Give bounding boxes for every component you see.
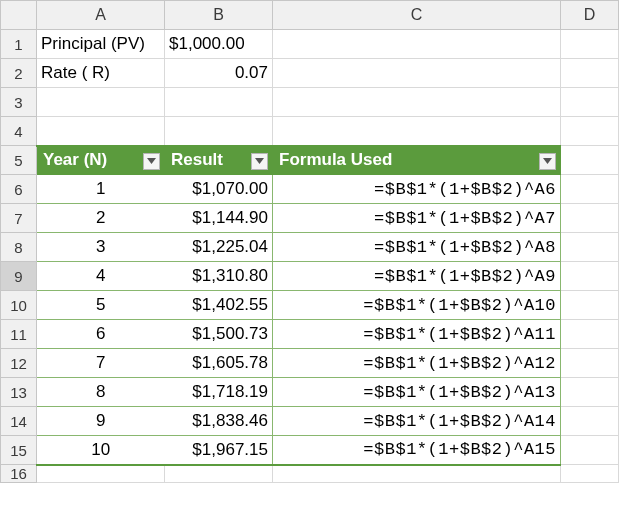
cell-A14[interactable]: 9 <box>37 407 165 436</box>
cell-C15[interactable]: =$B$1*(1+$B$2)^A15 <box>273 436 561 465</box>
cell-D13[interactable] <box>561 378 619 407</box>
cell-D7[interactable] <box>561 204 619 233</box>
cell-B8[interactable]: $1,225.04 <box>165 233 273 262</box>
cell-C7[interactable]: =$B$1*(1+$B$2)^A7 <box>273 204 561 233</box>
chevron-down-icon <box>255 158 264 164</box>
row-header-7[interactable]: 7 <box>1 204 37 233</box>
cell-D5[interactable] <box>561 146 619 175</box>
cell-A8[interactable]: 3 <box>37 233 165 262</box>
spreadsheet[interactable]: A B C D 1 Principal (PV) $1,000.00 2 Rat… <box>0 0 619 483</box>
filter-dropdown-year[interactable] <box>143 153 160 170</box>
cell-A2[interactable]: Rate ( R) <box>37 59 165 88</box>
cell-C4[interactable] <box>273 117 561 146</box>
row-header-1[interactable]: 1 <box>1 30 37 59</box>
col-header-D[interactable]: D <box>561 1 619 30</box>
cell-A3[interactable] <box>37 88 165 117</box>
table-header-formula[interactable]: Formula Used <box>273 146 561 175</box>
cell-A9[interactable]: 4 <box>37 262 165 291</box>
cell-A1[interactable]: Principal (PV) <box>37 30 165 59</box>
cell-D9[interactable] <box>561 262 619 291</box>
row-header-11[interactable]: 11 <box>1 320 37 349</box>
row-header-2[interactable]: 2 <box>1 59 37 88</box>
cell-C8[interactable]: =$B$1*(1+$B$2)^A8 <box>273 233 561 262</box>
select-all-corner[interactable] <box>1 1 37 30</box>
cell-D4[interactable] <box>561 117 619 146</box>
cell-C13[interactable]: =$B$1*(1+$B$2)^A13 <box>273 378 561 407</box>
cell-B2[interactable]: 0.07 <box>165 59 273 88</box>
cell-D8[interactable] <box>561 233 619 262</box>
cell-C1[interactable] <box>273 30 561 59</box>
cell-B7[interactable]: $1,144.90 <box>165 204 273 233</box>
cell-A4[interactable] <box>37 117 165 146</box>
cell-D15[interactable] <box>561 436 619 465</box>
cell-B3[interactable] <box>165 88 273 117</box>
cell-A16[interactable] <box>37 465 165 483</box>
cell-B11[interactable]: $1,500.73 <box>165 320 273 349</box>
cell-C6[interactable]: =$B$1*(1+$B$2)^A6 <box>273 175 561 204</box>
row-header-14[interactable]: 14 <box>1 407 37 436</box>
cell-C14[interactable]: =$B$1*(1+$B$2)^A14 <box>273 407 561 436</box>
row-header-16[interactable]: 16 <box>1 465 37 483</box>
cell-C2[interactable] <box>273 59 561 88</box>
cell-B9[interactable]: $1,310.80 <box>165 262 273 291</box>
chevron-down-icon <box>543 158 552 164</box>
cell-A6[interactable]: 1 <box>37 175 165 204</box>
filter-dropdown-result[interactable] <box>251 153 268 170</box>
row-header-4[interactable]: 4 <box>1 117 37 146</box>
svg-marker-2 <box>543 158 552 164</box>
row-header-5[interactable]: 5 <box>1 146 37 175</box>
cell-A7[interactable]: 2 <box>37 204 165 233</box>
cell-B12[interactable]: $1,605.78 <box>165 349 273 378</box>
svg-marker-1 <box>255 158 264 164</box>
col-header-A[interactable]: A <box>37 1 165 30</box>
table-header-result-label: Result <box>171 150 223 169</box>
cell-B13[interactable]: $1,718.19 <box>165 378 273 407</box>
chevron-down-icon <box>147 158 156 164</box>
cell-C9[interactable]: =$B$1*(1+$B$2)^A9 <box>273 262 561 291</box>
cell-C16[interactable] <box>273 465 561 483</box>
cell-A13[interactable]: 8 <box>37 378 165 407</box>
table-header-year-label: Year (N) <box>43 150 107 169</box>
cell-D6[interactable] <box>561 175 619 204</box>
table-header-formula-label: Formula Used <box>279 150 392 169</box>
cell-B16[interactable] <box>165 465 273 483</box>
cell-D12[interactable] <box>561 349 619 378</box>
row-header-3[interactable]: 3 <box>1 88 37 117</box>
cell-A11[interactable]: 6 <box>37 320 165 349</box>
cell-D10[interactable] <box>561 291 619 320</box>
col-header-C[interactable]: C <box>273 1 561 30</box>
row-header-8[interactable]: 8 <box>1 233 37 262</box>
cell-B1[interactable]: $1,000.00 <box>165 30 273 59</box>
row-header-12[interactable]: 12 <box>1 349 37 378</box>
cell-A12[interactable]: 7 <box>37 349 165 378</box>
row-header-15[interactable]: 15 <box>1 436 37 465</box>
svg-marker-0 <box>147 158 156 164</box>
cell-D3[interactable] <box>561 88 619 117</box>
cell-B15[interactable]: $1,967.15 <box>165 436 273 465</box>
cell-B14[interactable]: $1,838.46 <box>165 407 273 436</box>
row-header-10[interactable]: 10 <box>1 291 37 320</box>
cell-A10[interactable]: 5 <box>37 291 165 320</box>
cell-C10[interactable]: =$B$1*(1+$B$2)^A10 <box>273 291 561 320</box>
cell-A15[interactable]: 10 <box>37 436 165 465</box>
row-header-9[interactable]: 9 <box>1 262 37 291</box>
cell-C12[interactable]: =$B$1*(1+$B$2)^A12 <box>273 349 561 378</box>
table-header-result[interactable]: Result <box>165 146 273 175</box>
col-header-B[interactable]: B <box>165 1 273 30</box>
cell-C11[interactable]: =$B$1*(1+$B$2)^A11 <box>273 320 561 349</box>
table-header-year[interactable]: Year (N) <box>37 146 165 175</box>
cell-C3[interactable] <box>273 88 561 117</box>
cell-D11[interactable] <box>561 320 619 349</box>
row-header-6[interactable]: 6 <box>1 175 37 204</box>
row-header-13[interactable]: 13 <box>1 378 37 407</box>
cell-D16[interactable] <box>561 465 619 483</box>
filter-dropdown-formula[interactable] <box>539 153 556 170</box>
cell-B10[interactable]: $1,402.55 <box>165 291 273 320</box>
cell-D14[interactable] <box>561 407 619 436</box>
cell-B6[interactable]: $1,070.00 <box>165 175 273 204</box>
cell-B4[interactable] <box>165 117 273 146</box>
cell-D1[interactable] <box>561 30 619 59</box>
cell-D2[interactable] <box>561 59 619 88</box>
column-header-row: A B C D <box>1 1 619 30</box>
